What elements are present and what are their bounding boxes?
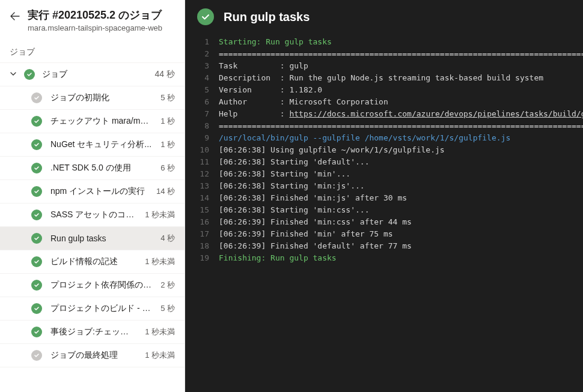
task-duration: 1 秒未満 <box>145 350 175 361</box>
line-number: 5 <box>185 84 219 96</box>
task-duration: 5 秒 <box>160 303 175 314</box>
log-line: 11[06:26:38] Starting 'default'... <box>185 156 583 168</box>
line-number: 10 <box>185 144 219 156</box>
task-label: チェックアウト mara/mslear... <box>50 116 152 127</box>
task-duration: 1 秒未満 <box>145 210 175 220</box>
line-text: ========================================… <box>219 120 583 132</box>
log-line: 15[06:26:38] Starting 'min:css'... <box>185 204 583 216</box>
task-label: Run gulp tasks <box>50 234 152 243</box>
task-label: ジョブの初期化 <box>50 92 152 103</box>
log-area[interactable]: 1Starting: Run gulp tasks2==============… <box>185 36 583 392</box>
task-duration: 2 秒 <box>160 280 175 291</box>
task-list: ジョブの初期化5 秒チェックアウト mara/mslear...1 秒NuGet… <box>0 86 185 392</box>
task-item[interactable]: ジョブの初期化5 秒 <box>0 86 185 110</box>
line-text: [06:26:39] Finished 'min:css' after 44 m… <box>219 216 583 228</box>
line-text: [06:26:38] Starting 'min:js'... <box>219 180 583 192</box>
log-panel: Run gulp tasks 1Starting: Run gulp tasks… <box>185 0 583 392</box>
log-title: Run gulp tasks <box>224 10 310 24</box>
line-number: 12 <box>185 168 219 180</box>
task-item[interactable]: プロジェクト依存関係の復...2 秒 <box>0 274 185 297</box>
status-success-icon <box>31 303 42 314</box>
line-number: 9 <box>185 132 219 144</box>
log-line: 3Task : gulp <box>185 60 583 72</box>
status-success-icon <box>24 69 35 80</box>
line-text: [06:26:38] Using gulpfile ~/work/1/s/gul… <box>219 144 583 156</box>
line-text: [06:26:38] Starting 'min:css'... <box>219 204 583 216</box>
job-group-duration: 44 秒 <box>155 69 175 80</box>
task-duration: 4 秒 <box>160 233 175 244</box>
log-line: 13[06:26:38] Starting 'min:js'... <box>185 180 583 192</box>
job-group-header[interactable]: ジョブ 44 秒 <box>0 62 185 86</box>
line-number: 13 <box>185 180 219 192</box>
sidebar: 実行 #20210525.2 のジョブ mara.mslearn-tailspi… <box>0 0 185 392</box>
status-success-icon <box>31 327 42 337</box>
task-item[interactable]: 事後ジョブ:チェックア...1 秒未満 <box>0 321 185 344</box>
task-label: ビルド情報の記述 <box>50 256 136 267</box>
line-text: Author : Microsoft Corporation <box>219 96 583 108</box>
chevron-down-icon <box>10 70 17 79</box>
log-line: 18[06:26:39] Finished 'default' after 77… <box>185 240 583 252</box>
page-subtitle: mara.mslearn-tailspin-spacegame-web <box>28 23 175 32</box>
line-text: Version : 1.182.0 <box>219 84 583 96</box>
line-number: 14 <box>185 192 219 204</box>
status-neutral-icon <box>31 92 42 103</box>
task-item[interactable]: .NET SDK 5.0 の使用6 秒 <box>0 157 185 180</box>
job-group-label: ジョブ <box>42 69 148 80</box>
line-text: Task : gulp <box>219 60 583 72</box>
header-text: 実行 #20210525.2 のジョブ mara.mslearn-tailspi… <box>28 8 175 32</box>
line-number: 18 <box>185 240 219 252</box>
line-text: [06:26:39] Finished 'default' after 77 m… <box>219 240 583 252</box>
log-line: 4Description : Run the gulp Node.js stre… <box>185 72 583 84</box>
page-title: 実行 #20210525.2 のジョブ <box>28 8 175 22</box>
task-label: ジョブの最終処理 <box>50 350 136 361</box>
status-success-icon <box>31 139 42 150</box>
log-line: 10[06:26:38] Using gulpfile ~/work/1/s/g… <box>185 144 583 156</box>
task-duration: 6 秒 <box>160 163 175 173</box>
task-duration: 1 秒未満 <box>145 256 175 267</box>
task-item[interactable]: SASS アセットのコン...1 秒未満 <box>0 204 185 227</box>
line-text: [06:26:38] Starting 'min'... <box>219 168 583 180</box>
task-item[interactable]: チェックアウト mara/mslear...1 秒 <box>0 110 185 133</box>
line-text: [06:26:39] Finished 'min' after 75 ms <box>219 228 583 240</box>
task-item[interactable]: プロジェクトのビルド - Rel...5 秒 <box>0 297 185 321</box>
status-neutral-icon <box>31 350 42 361</box>
status-success-icon <box>31 256 42 267</box>
help-link[interactable]: https://docs.microsoft.com/azure/devops/… <box>289 109 583 118</box>
arrow-left-icon <box>10 11 20 22</box>
task-duration: 1 秒未満 <box>145 327 175 337</box>
line-number: 16 <box>185 216 219 228</box>
log-line: 19Finishing: Run gulp tasks <box>185 252 583 264</box>
log-line: 1Starting: Run gulp tasks <box>185 36 583 48</box>
task-duration: 1 秒 <box>160 139 175 150</box>
task-label: NuGet セキュリティ分析... <box>50 139 152 150</box>
status-success-icon <box>31 210 42 220</box>
task-label: npm インストールの実行 <box>50 186 148 197</box>
line-text: Help : https://docs.microsoft.com/azure/… <box>219 108 583 120</box>
task-item[interactable]: npm インストールの実行14 秒 <box>0 180 185 204</box>
task-label: プロジェクトのビルド - Rel... <box>50 303 152 314</box>
task-item[interactable]: ビルド情報の記述1 秒未満 <box>0 250 185 274</box>
line-number: 6 <box>185 96 219 108</box>
task-item[interactable]: Run gulp tasks4 秒 <box>0 227 185 250</box>
task-duration: 5 秒 <box>160 92 175 103</box>
log-line: 2=======================================… <box>185 48 583 60</box>
task-label: SASS アセットのコン... <box>50 210 136 220</box>
line-number: 11 <box>185 156 219 168</box>
back-arrow-button[interactable] <box>10 11 20 22</box>
task-item[interactable]: ジョブの最終処理1 秒未満 <box>0 344 185 367</box>
line-text: /usr/local/bin/gulp --gulpfile /home/vst… <box>219 132 583 144</box>
line-number: 7 <box>185 108 219 120</box>
log-line: 6Author : Microsoft Corporation <box>185 96 583 108</box>
line-text: [06:26:38] Starting 'default'... <box>219 156 583 168</box>
task-label: プロジェクト依存関係の復... <box>50 280 152 291</box>
line-number: 8 <box>185 120 219 132</box>
status-success-icon <box>31 163 42 173</box>
line-number: 2 <box>185 48 219 60</box>
log-line: 17[06:26:39] Finished 'min' after 75 ms <box>185 228 583 240</box>
task-item[interactable]: NuGet セキュリティ分析...1 秒 <box>0 133 185 157</box>
task-duration: 1 秒 <box>160 116 175 127</box>
task-label: .NET SDK 5.0 の使用 <box>50 163 152 173</box>
status-success-icon <box>31 233 42 244</box>
jobs-section-label: ジョブ <box>0 35 185 62</box>
status-success-icon <box>31 186 42 197</box>
